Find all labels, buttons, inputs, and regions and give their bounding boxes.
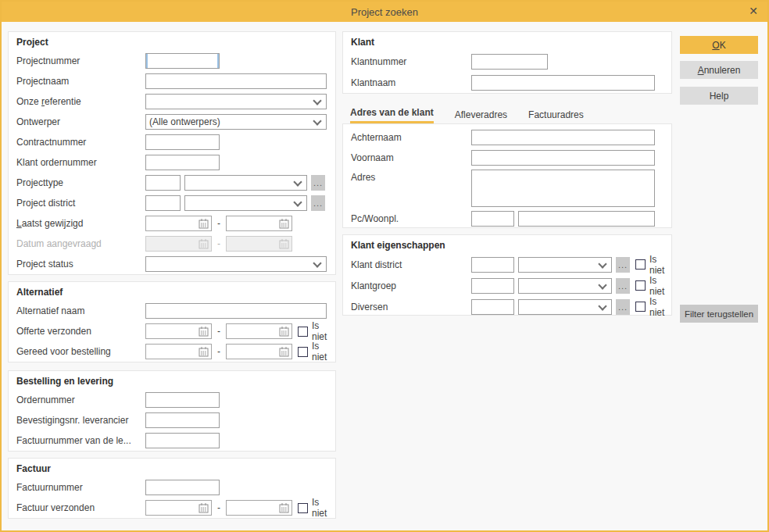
datum-aangevraagd-label: Datum aangevraagd bbox=[16, 238, 145, 249]
klantnaam-input[interactable] bbox=[471, 75, 655, 91]
woonplaats-input[interactable] bbox=[518, 211, 655, 227]
chevron-down-icon bbox=[598, 259, 606, 268]
row-offerte-verzonden: Offerte verzonden - Is niet bbox=[9, 321, 335, 341]
row-adres: Adres bbox=[343, 168, 671, 209]
ontwerper-dropdown[interactable]: (Alle ontwerpers) bbox=[145, 114, 327, 130]
project-district-more-button[interactable]: ... bbox=[311, 195, 325, 211]
calendar-icon[interactable] bbox=[278, 346, 290, 358]
offerte-verzonden-label: Offerte verzonden bbox=[16, 326, 145, 337]
klantnummer-input[interactable] bbox=[471, 54, 548, 70]
laatst-gewijzigd-label: Laatst gewijzigd bbox=[16, 218, 145, 229]
factuurnummer-leverancier-label: Factuurnummer van de le... bbox=[16, 435, 145, 446]
projecttype-dropdown[interactable] bbox=[184, 175, 307, 191]
calendar-icon[interactable] bbox=[198, 346, 209, 358]
diversen-code-input[interactable] bbox=[471, 299, 514, 315]
project-district-code-input[interactable] bbox=[145, 195, 181, 211]
klant-district-label: Klant district bbox=[351, 259, 471, 270]
group-alternatief-title: Alternatief bbox=[9, 282, 335, 301]
contractnummer-input[interactable] bbox=[145, 134, 220, 150]
ontwerper-label: Ontwerper bbox=[16, 116, 145, 127]
klant-ordernummer-label: Klant ordernummer bbox=[16, 157, 145, 168]
row-project-district: Project district ... bbox=[9, 193, 335, 213]
help-button[interactable]: Help bbox=[680, 87, 758, 105]
group-factuur-title: Factuur bbox=[9, 459, 335, 477]
bevestigingsnr-input[interactable] bbox=[145, 412, 220, 428]
calendar-icon[interactable] bbox=[278, 502, 290, 514]
calendar-icon[interactable] bbox=[198, 326, 209, 337]
group-klant-eigenschappen-title: Klant eigenschappen bbox=[343, 235, 671, 254]
factuur-verzonden-from-input[interactable] bbox=[145, 500, 212, 516]
factuurnummer-leverancier-input[interactable] bbox=[145, 433, 220, 448]
voornaam-label: Voornaam bbox=[351, 152, 471, 163]
project-district-dropdown[interactable] bbox=[184, 195, 307, 211]
row-klant-ordernummer: Klant ordernummer bbox=[9, 152, 335, 173]
onze-referentie-dropdown[interactable] bbox=[145, 94, 327, 109]
calendar-icon[interactable] bbox=[278, 218, 290, 230]
diversen-more-button[interactable]: ... bbox=[616, 299, 630, 315]
row-klantgroep: Klantgroep ... Is niet bbox=[343, 275, 671, 296]
offerte-verzonden-isniet-checkbox[interactable] bbox=[298, 327, 308, 337]
date-range-dash: - bbox=[217, 238, 220, 249]
voornaam-input[interactable] bbox=[471, 150, 655, 166]
laatst-gewijzigd-from-input[interactable] bbox=[145, 216, 212, 231]
laatst-gewijzigd-to-input[interactable] bbox=[226, 216, 292, 231]
diversen-dropdown[interactable] bbox=[518, 299, 612, 315]
klant-district-more-button[interactable]: ... bbox=[616, 257, 630, 273]
gereed-voor-bestelling-to-input[interactable] bbox=[226, 344, 292, 359]
group-adres: Achternaam Voornaam Adres Pc/Woonpl. bbox=[342, 123, 672, 228]
klant-district-isniet-checkbox[interactable] bbox=[635, 259, 646, 270]
chevron-down-icon bbox=[293, 198, 302, 206]
row-onze-referentie: Onze referentie bbox=[9, 91, 335, 112]
factuurnummer-label: Factuurnummer bbox=[16, 482, 145, 493]
projecttype-more-button[interactable]: ... bbox=[311, 175, 325, 191]
tab-afleveradres[interactable]: Afleveradres bbox=[455, 109, 507, 123]
gereed-voor-bestelling-label: Gereed voor bestelling bbox=[16, 346, 145, 357]
calendar-icon bbox=[278, 238, 290, 250]
klant-district-code-input[interactable] bbox=[471, 257, 514, 273]
klant-district-dropdown[interactable] bbox=[518, 257, 612, 273]
postcode-input[interactable] bbox=[471, 211, 514, 227]
cancel-button[interactable]: Annuleren bbox=[680, 61, 758, 79]
datum-aangevraagd-to-input bbox=[226, 236, 292, 252]
calendar-icon bbox=[198, 238, 209, 250]
projecttype-code-input[interactable] bbox=[145, 175, 181, 191]
row-pc-woonpl: Pc/Woonpl. bbox=[343, 209, 671, 229]
alternatief-naam-input[interactable] bbox=[145, 303, 327, 319]
diversen-label: Diversen bbox=[351, 302, 471, 312]
tab-factuuradres[interactable]: Factuuradres bbox=[528, 109, 584, 123]
chevron-down-icon bbox=[313, 96, 321, 105]
isniet-label: Is niet bbox=[649, 254, 671, 276]
calendar-icon[interactable] bbox=[198, 218, 209, 230]
calendar-icon[interactable] bbox=[278, 326, 290, 337]
gereed-voor-bestelling-from-input[interactable] bbox=[145, 344, 212, 359]
factuur-verzonden-to-input[interactable] bbox=[226, 500, 292, 516]
group-klant-eigenschappen: Klant eigenschappen Klant district ... I… bbox=[342, 234, 672, 316]
offerte-verzonden-from-input[interactable] bbox=[145, 323, 212, 339]
klantnummer-label: Klantnummer bbox=[351, 56, 471, 67]
klantgroep-dropdown[interactable] bbox=[518, 278, 612, 294]
filter-reset-button[interactable]: Filter terugstellen bbox=[680, 305, 758, 323]
diversen-isniet-checkbox[interactable] bbox=[635, 302, 646, 312]
group-project-title: Project bbox=[9, 32, 335, 51]
klantgroep-more-button[interactable]: ... bbox=[616, 278, 630, 294]
project-status-dropdown[interactable] bbox=[145, 256, 327, 272]
offerte-verzonden-to-input[interactable] bbox=[226, 323, 292, 339]
klant-ordernummer-input[interactable] bbox=[145, 155, 220, 170]
gereed-voor-bestelling-isniet-checkbox[interactable] bbox=[298, 347, 308, 357]
tab-adres-van-de-klant[interactable]: Adres van de klant bbox=[350, 107, 434, 123]
factuurnummer-input[interactable] bbox=[145, 480, 220, 495]
factuur-verzonden-isniet-checkbox[interactable] bbox=[298, 503, 308, 513]
adres-textarea[interactable] bbox=[471, 170, 655, 207]
close-icon[interactable]: ✕ bbox=[749, 5, 758, 17]
calendar-icon[interactable] bbox=[198, 502, 209, 514]
klantgroep-code-input[interactable] bbox=[471, 278, 514, 294]
achternaam-input[interactable] bbox=[471, 130, 655, 145]
row-achternaam: Achternaam bbox=[343, 127, 671, 148]
ordernummer-input[interactable] bbox=[145, 392, 220, 408]
projectnummer-input[interactable] bbox=[145, 53, 220, 69]
projectnaam-input[interactable] bbox=[145, 73, 327, 89]
chevron-down-icon bbox=[293, 177, 302, 186]
group-alternatief: Alternatief Alternatief naam Offerte ver… bbox=[8, 281, 336, 362]
klantgroep-isniet-checkbox[interactable] bbox=[635, 280, 646, 291]
ok-button[interactable]: OK bbox=[680, 36, 758, 54]
